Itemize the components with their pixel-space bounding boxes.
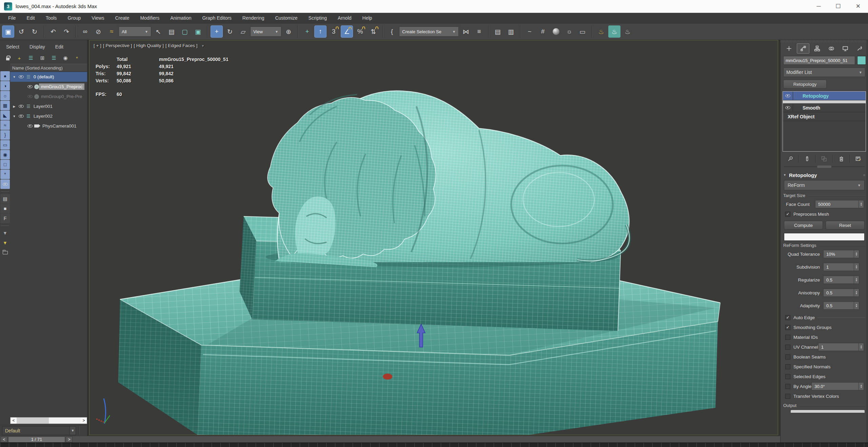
viewport-menu-general[interactable]: [ + ] bbox=[94, 43, 101, 48]
checkbox-auto-edge[interactable]: ✓Auto Edge bbox=[785, 314, 865, 320]
filter-particles-icon[interactable]: * bbox=[0, 170, 10, 179]
filter-lights-icon[interactable]: ☼ bbox=[0, 91, 10, 100]
object-name-field[interactable]: mmGrou15_Preproc_50000_51 bbox=[783, 56, 855, 65]
select-and-link-icon[interactable]: ∞ bbox=[79, 25, 91, 38]
spinner-arrows-icon[interactable]: ▲▼ bbox=[854, 263, 859, 271]
menu-help[interactable]: Help bbox=[357, 13, 378, 23]
redo-icon[interactable]: ↷ bbox=[60, 25, 73, 38]
perspective-viewport[interactable]: [ + ][ Perspective ][ High Quality ][ Ed… bbox=[89, 40, 778, 435]
checkbox-transfer-vertex-colors[interactable]: Transfer Vertex Colors bbox=[785, 393, 865, 399]
scroll-right-icon[interactable]: > bbox=[81, 417, 87, 424]
filter-groups-icon[interactable]: □ bbox=[0, 160, 10, 169]
render-cloud-icon[interactable]: ♨ bbox=[608, 25, 620, 38]
lock-selection-icon[interactable] bbox=[4, 54, 12, 62]
menu-edit[interactable]: Edit bbox=[21, 13, 40, 23]
algorithm-dropdown[interactable]: ReForm▼ bbox=[784, 180, 865, 190]
scrollbar-thumb[interactable] bbox=[17, 417, 49, 424]
menu-views[interactable]: Views bbox=[86, 13, 110, 23]
tree-row[interactable]: ↑mmGrou15_Preproc bbox=[10, 82, 87, 92]
visibility-eye-icon[interactable] bbox=[27, 124, 33, 128]
save-icon[interactable]: ▣ bbox=[2, 25, 14, 38]
display-none-icon[interactable]: ■ bbox=[0, 204, 10, 213]
checkbox-smoothing-groups[interactable]: ✓Smoothing Groups bbox=[785, 324, 865, 330]
checkbox-boolean-seams[interactable]: Boolean Seams bbox=[785, 354, 865, 360]
tree-row[interactable]: PhysCamera001 bbox=[10, 121, 87, 131]
tree-row[interactable]: ▼☰Layer002 bbox=[10, 111, 87, 121]
expander-icon[interactable]: ▼ bbox=[12, 115, 17, 118]
workspace-selector[interactable]: Default bbox=[2, 426, 70, 435]
visibility-eye-icon[interactable] bbox=[19, 115, 24, 118]
reference-coordinate-dropdown[interactable]: View▼ bbox=[250, 26, 281, 37]
filter-shapes-icon[interactable]: ◑ bbox=[0, 81, 10, 91]
material-editor-icon[interactable] bbox=[550, 25, 562, 38]
spinner-arrows-icon[interactable]: ▲▼ bbox=[854, 276, 859, 284]
filter-visibility-icon[interactable] bbox=[0, 179, 10, 189]
menu-modifiers[interactable]: Modifiers bbox=[135, 13, 165, 23]
close-button[interactable]: ✕ bbox=[856, 3, 861, 10]
display-influences-icon[interactable]: F bbox=[0, 214, 10, 223]
snap-3d-icon[interactable]: 3 bbox=[328, 25, 340, 38]
tree-row[interactable]: ▼☰0 (default) bbox=[10, 72, 87, 82]
menu-customize[interactable]: Customize bbox=[270, 13, 303, 23]
expander-icon[interactable]: ▶ bbox=[12, 105, 17, 108]
filter-bones-icon[interactable]: } bbox=[0, 130, 10, 140]
expander-icon[interactable]: ▼ bbox=[12, 75, 17, 79]
rollout-divider[interactable] bbox=[784, 167, 865, 170]
selection-filter-dropdown[interactable]: All▼ bbox=[119, 26, 151, 37]
checkbox-icon[interactable] bbox=[785, 394, 790, 399]
compute-button[interactable]: Compute bbox=[784, 221, 823, 230]
tree-row[interactable]: ↑mmGroup0_Pre-Pre bbox=[10, 92, 87, 101]
named-selection-set-dropdown[interactable]: Create Selection Se▼ bbox=[399, 26, 459, 37]
menu-scripting[interactable]: Scripting bbox=[303, 13, 332, 23]
visibility-eye-icon[interactable] bbox=[27, 95, 33, 98]
checkbox-icon[interactable] bbox=[785, 354, 790, 359]
checkbox-icon[interactable] bbox=[785, 345, 790, 350]
viewport-menu-pov[interactable]: [ Perspective ] bbox=[103, 43, 132, 48]
modifier-xref-object[interactable]: XRef Object bbox=[783, 112, 866, 121]
filter-spacewarps-icon[interactable]: ≈ bbox=[0, 120, 10, 130]
bind-to-spacewarp-icon[interactable]: ≈ bbox=[105, 25, 118, 38]
menu-animation[interactable]: Animation bbox=[165, 13, 197, 23]
filter-xrefs-icon[interactable]: ◉ bbox=[0, 150, 10, 159]
visibility-eye-icon[interactable] bbox=[27, 85, 33, 88]
pinned-modifier-button[interactable]: Retopology bbox=[783, 80, 827, 89]
previous-frame-icon[interactable]: < bbox=[1, 436, 7, 443]
hierarchy-tab[interactable] bbox=[811, 43, 824, 54]
modifier-smooth[interactable]: Smooth bbox=[783, 103, 866, 112]
viewport-menu-shading[interactable]: [ Edged Faces ] bbox=[165, 43, 198, 48]
show-end-result-icon[interactable] bbox=[803, 154, 812, 163]
checkbox-icon[interactable] bbox=[785, 374, 790, 379]
filter-apply-icon[interactable]: ▼ bbox=[0, 238, 10, 248]
render-last-icon[interactable]: ♨ bbox=[622, 25, 634, 38]
minimize-button[interactable]: ─ bbox=[816, 3, 821, 10]
select-and-rotate-icon[interactable]: ↻ bbox=[224, 25, 236, 38]
checkbox-material-ids[interactable]: Material IDs bbox=[785, 334, 865, 340]
object-color-swatch[interactable] bbox=[857, 56, 866, 65]
use-pivot-center-icon[interactable]: ⊕ bbox=[282, 25, 295, 38]
checkbox-value-field[interactable]: 1▲▼ bbox=[818, 343, 864, 351]
checkbox-icon[interactable]: ✓ bbox=[785, 325, 790, 330]
redo-scene-icon[interactable]: ↻ bbox=[28, 25, 41, 38]
scroll-left-icon[interactable]: < bbox=[11, 417, 17, 424]
named-selection-sets-icon[interactable]: { bbox=[386, 25, 398, 38]
parameter-field[interactable]: 0.5▲▼ bbox=[823, 276, 859, 284]
maximize-button[interactable]: ☐ bbox=[836, 3, 841, 10]
modifier-eye-cell[interactable] bbox=[783, 103, 793, 112]
spinner-arrows-icon[interactable]: ▲▼ bbox=[859, 200, 864, 208]
preprocess-mesh-checkbox[interactable]: ✓ Preprocess Mesh bbox=[785, 211, 865, 217]
window-crossing-icon[interactable]: ▣ bbox=[192, 25, 204, 38]
modifier-list-dropdown[interactable]: Modifier List▼ bbox=[783, 67, 865, 77]
snaps-toggle-icon[interactable]: ↑ bbox=[314, 25, 327, 38]
horizontal-scrollbar[interactable]: < > bbox=[0, 416, 87, 425]
undo-scene-icon[interactable]: ↺ bbox=[15, 25, 27, 38]
panel-drag-grip[interactable] bbox=[781, 40, 868, 42]
menu-arnold[interactable]: Arnold bbox=[332, 13, 357, 23]
filter-config-icon[interactable]: ▼ bbox=[0, 228, 10, 238]
spinner-arrows-icon[interactable]: ▲▼ bbox=[859, 343, 864, 351]
menu-tools[interactable]: Tools bbox=[40, 13, 62, 23]
menu-create[interactable]: Create bbox=[110, 13, 135, 23]
curve-editor-icon[interactable]: ~ bbox=[524, 25, 536, 38]
angle-snap-icon[interactable]: ∠ bbox=[341, 25, 353, 38]
selection-region-icon[interactable]: ▢ bbox=[179, 25, 191, 38]
display-tab[interactable] bbox=[839, 43, 852, 54]
